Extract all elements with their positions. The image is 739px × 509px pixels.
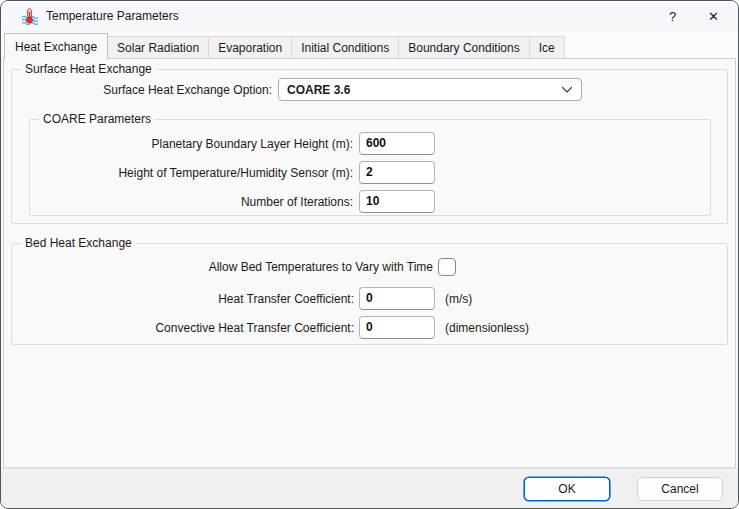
convective-coefficient-row: Convective Heat Transfer Coefficient: (d… xyxy=(12,316,727,339)
dropdown-selected-value: COARE 3.6 xyxy=(287,83,350,97)
sensor-height-row: Height of Temperature/Humidity Sensor (m… xyxy=(30,161,710,184)
convective-coefficient-unit: (dimensionless) xyxy=(445,321,529,335)
sensor-height-label: Height of Temperature/Humidity Sensor (m… xyxy=(30,166,353,180)
convective-coefficient-input[interactable] xyxy=(359,316,435,339)
tab-evaporation[interactable]: Evaporation xyxy=(208,36,292,58)
heat-transfer-coefficient-row: Heat Transfer Coefficient: (m/s) xyxy=(12,287,727,310)
convective-coefficient-label: Convective Heat Transfer Coefficient: xyxy=(12,321,354,335)
help-button[interactable]: ? xyxy=(652,1,693,31)
pbl-height-input[interactable] xyxy=(359,132,435,155)
chevron-down-icon xyxy=(561,86,573,94)
tab-ice[interactable]: Ice xyxy=(529,36,565,58)
surface-heat-exchange-option-dropdown[interactable]: COARE 3.6 xyxy=(278,78,582,101)
tab-strip: Heat Exchange Solar Radiation Evaporatio… xyxy=(1,32,738,58)
dialog-footer: OK Cancel xyxy=(1,468,738,508)
tab-heat-exchange[interactable]: Heat Exchange xyxy=(4,33,108,59)
iterations-input[interactable] xyxy=(359,190,435,213)
heat-transfer-coefficient-label: Heat Transfer Coefficient: xyxy=(12,292,354,306)
tab-initial-conditions[interactable]: Initial Conditions xyxy=(291,36,399,58)
pbl-height-label: Planetary Boundary Layer Height (m): xyxy=(30,137,353,151)
ok-button[interactable]: OK xyxy=(524,477,610,501)
heat-transfer-coefficient-input[interactable] xyxy=(359,287,435,310)
cancel-button[interactable]: Cancel xyxy=(637,477,723,501)
bed-heat-exchange-group: Bed Heat Exchange Allow Bed Temperatures… xyxy=(11,243,728,345)
bed-group-title: Bed Heat Exchange xyxy=(21,236,136,250)
surface-group-title: Surface Heat Exchange xyxy=(21,62,156,76)
close-button[interactable]: ✕ xyxy=(693,1,734,31)
titlebar-buttons: ? ✕ xyxy=(652,1,738,31)
title-bar: Temperature Parameters ? ✕ xyxy=(1,1,738,32)
tab-boundary-conditions[interactable]: Boundary Conditions xyxy=(398,36,529,58)
iterations-row: Number of Iterations: xyxy=(30,190,710,213)
heat-exchange-tab-page: Surface Heat Exchange Surface Heat Excha… xyxy=(3,58,736,468)
thermometer-water-icon xyxy=(21,8,38,25)
bed-temps-vary-checkbox[interactable] xyxy=(438,258,456,276)
surface-option-row: Surface Heat Exchange Option: COARE 3.6 xyxy=(12,78,727,101)
surface-heat-exchange-group: Surface Heat Exchange Surface Heat Excha… xyxy=(11,69,728,224)
sensor-height-input[interactable] xyxy=(359,161,435,184)
coare-group-title: COARE Parameters xyxy=(39,112,155,126)
temperature-parameters-dialog: Temperature Parameters ? ✕ Heat Exchange… xyxy=(0,0,739,509)
coare-parameters-group: COARE Parameters Planetary Boundary Laye… xyxy=(29,119,711,216)
heat-transfer-coefficient-unit: (m/s) xyxy=(445,292,472,306)
iterations-label: Number of Iterations: xyxy=(30,195,353,209)
surface-option-label: Surface Heat Exchange Option: xyxy=(12,83,272,97)
tab-solar-radiation[interactable]: Solar Radiation xyxy=(107,36,209,58)
bed-temps-vary-row: Allow Bed Temperatures to Vary with Time xyxy=(12,258,727,276)
pbl-height-row: Planetary Boundary Layer Height (m): xyxy=(30,132,710,155)
bed-temps-vary-label: Allow Bed Temperatures to Vary with Time xyxy=(12,260,433,274)
window-title: Temperature Parameters xyxy=(46,9,179,23)
